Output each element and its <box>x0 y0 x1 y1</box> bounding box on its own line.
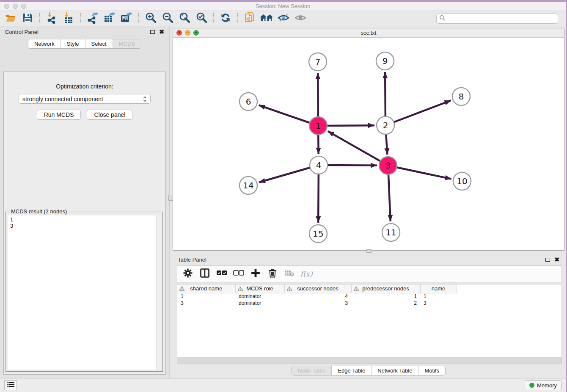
horizontal-splitter[interactable] <box>173 251 564 254</box>
float-panel-icon[interactable] <box>150 30 155 34</box>
column-header-predecessor-nodes[interactable]: predecessor nodes <box>351 284 420 293</box>
zoom-in-button[interactable] <box>143 12 158 25</box>
homes-icon <box>260 13 273 25</box>
table-cell[interactable]: 3 <box>420 300 457 306</box>
first-neighbors-button[interactable] <box>259 12 274 25</box>
zoom-selected-button[interactable] <box>194 12 209 25</box>
memory-button[interactable]: Memory <box>525 380 561 390</box>
import-table-button[interactable] <box>61 12 76 25</box>
table-cell[interactable]: 2 <box>351 300 420 306</box>
export-image-button[interactable] <box>119 12 134 25</box>
edge-2-8[interactable] <box>385 100 451 125</box>
table-cell[interactable]: 3 <box>284 300 351 306</box>
minimize-window-button[interactable] <box>13 4 18 9</box>
copy-document-icon <box>244 12 255 25</box>
save-session-button[interactable] <box>20 12 35 25</box>
tab-network[interactable]: Network <box>28 39 61 48</box>
function-builder-button[interactable]: f(x) <box>300 268 313 280</box>
show-details-button[interactable] <box>293 12 308 25</box>
hide-details-button[interactable] <box>276 12 291 25</box>
node-2[interactable]: 2 <box>377 116 394 134</box>
node-6[interactable]: 6 <box>239 93 257 110</box>
delete-table-button[interactable] <box>283 268 296 280</box>
node-label: 11 <box>385 227 396 237</box>
search-input[interactable] <box>447 16 555 22</box>
tree-icon <box>354 286 359 293</box>
tab-node-table[interactable]: Node Table <box>292 366 332 375</box>
toolbar-separator <box>138 13 139 24</box>
tab-edge-table[interactable]: Edge Table <box>331 366 371 375</box>
deselect-all-rows-button[interactable] <box>232 268 245 280</box>
zoom-fit-button[interactable] <box>177 12 192 25</box>
show-column-panel-button[interactable] <box>198 268 211 280</box>
edge-3-1[interactable] <box>328 131 388 166</box>
mcds-result-text[interactable]: 1 3 <box>8 215 161 370</box>
float-panel-icon[interactable] <box>545 258 550 262</box>
node-15[interactable]: 15 <box>309 225 327 243</box>
table-cell[interactable]: 1 <box>177 293 235 300</box>
column-header-name[interactable]: name <box>420 284 457 293</box>
delete-column-button[interactable] <box>266 268 279 280</box>
node-11[interactable]: 11 <box>382 224 400 241</box>
close-panel-icon[interactable]: ✖ <box>159 29 164 35</box>
table-cell[interactable]: dominator <box>235 293 284 300</box>
close-window-button[interactable] <box>4 4 9 9</box>
tab-network-table[interactable]: Network Table <box>371 366 418 375</box>
network-window-titlebar: ✕ − + scc.txt <box>173 28 564 38</box>
zoom-out-button[interactable] <box>160 12 175 25</box>
table-options-button[interactable] <box>182 268 194 280</box>
table-toolbar: f(x) <box>177 265 562 282</box>
column-header-shared-name[interactable]: shared name <box>177 284 235 293</box>
save-floppy-icon <box>22 13 33 25</box>
edge-3-10[interactable] <box>388 166 451 179</box>
table-cell[interactable]: 1 <box>420 293 457 300</box>
export-table-button[interactable] <box>102 12 117 25</box>
table-hscrollbar[interactable] <box>177 357 561 363</box>
run-mcds-button[interactable]: Run MCDS <box>37 110 81 120</box>
clone-network-button[interactable] <box>242 12 257 25</box>
tab-motifs[interactable]: Motifs <box>418 366 445 375</box>
node-4[interactable]: 4 <box>310 156 328 174</box>
import-network-button[interactable] <box>44 12 59 25</box>
result-scrollbar[interactable] <box>156 215 161 370</box>
table-cell[interactable]: dominator <box>235 300 284 306</box>
node-3[interactable]: 3 <box>379 157 397 174</box>
network-close-button[interactable]: ✕ <box>176 30 182 36</box>
refresh-button[interactable] <box>218 12 233 25</box>
close-panel-icon[interactable]: ✖ <box>554 257 559 262</box>
optimization-criterion-select[interactable]: strongly connected component <box>19 94 151 104</box>
tab-mcds[interactable]: MCDS <box>113 39 141 48</box>
node-7[interactable]: 7 <box>309 53 327 71</box>
node-8[interactable]: 8 <box>452 88 470 105</box>
table-row[interactable]: 3dominator323 <box>177 300 457 306</box>
task-history-button[interactable] <box>4 380 17 390</box>
table-row[interactable]: 1dominator411 <box>177 293 457 300</box>
node-1[interactable]: 1 <box>309 117 327 135</box>
tab-style[interactable]: Style <box>61 39 85 48</box>
table-cell[interactable]: 1 <box>351 293 420 300</box>
network-maximize-button[interactable]: + <box>193 30 199 36</box>
table-cell[interactable]: 4 <box>284 293 351 300</box>
network-minimize-button[interactable]: − <box>185 30 190 36</box>
splitter-grip[interactable] <box>366 249 372 253</box>
node-label: 10 <box>457 176 467 186</box>
open-session-button[interactable] <box>3 12 18 25</box>
maximize-window-button[interactable] <box>21 4 26 9</box>
splitter-grip[interactable] <box>168 195 173 201</box>
close-panel-button[interactable]: Close panel <box>87 110 132 120</box>
tab-select[interactable]: Select <box>85 39 113 48</box>
table-cell[interactable]: 3 <box>177 300 235 306</box>
vertical-splitter[interactable] <box>169 26 172 378</box>
node-9[interactable]: 9 <box>376 52 394 70</box>
column-header-mcds-role[interactable]: MCDS role <box>235 284 284 293</box>
export-network-button[interactable] <box>85 12 100 25</box>
column-header-successor-nodes[interactable]: successor nodes <box>284 284 351 293</box>
search-box[interactable] <box>436 14 558 24</box>
node-10[interactable]: 10 <box>453 172 471 190</box>
edge-1-6[interactable] <box>259 105 318 126</box>
add-column-button[interactable] <box>249 268 262 280</box>
node-label: 2 <box>383 120 388 130</box>
node-14[interactable]: 14 <box>239 177 257 194</box>
select-all-rows-button[interactable] <box>215 268 228 280</box>
network-canvas[interactable]: 7968124314101511 <box>173 38 564 250</box>
